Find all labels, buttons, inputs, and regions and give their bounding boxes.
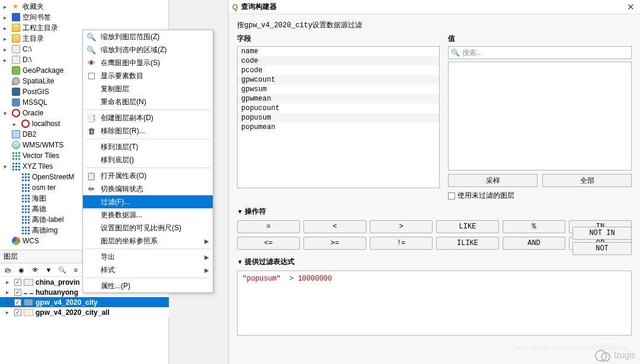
field-item-code[interactable]: code — [238, 56, 439, 66]
context-menu-item-8[interactable]: 🗑移除图层(R)... — [83, 124, 213, 137]
menu-item-label: 导出 — [101, 252, 115, 262]
operator-%-button[interactable]: % — [503, 220, 565, 233]
all-button[interactable]: 全部 — [542, 174, 632, 187]
layer-visibility-checkbox[interactable]: ✓ — [14, 289, 21, 296]
operator-<-button[interactable]: < — [303, 220, 366, 233]
sample-button[interactable]: 采样 — [448, 174, 537, 187]
dots-blue-icon — [21, 183, 30, 192]
dots-green-icon — [12, 152, 20, 160]
disk-icon — [12, 56, 20, 64]
context-menu-item-1[interactable]: 🔍缩放到选中的区域(Z) — [83, 43, 213, 56]
expression-editor[interactable]: "popusum" > 10000000 — [237, 270, 632, 336]
submenu-arrow-icon: ▶ — [204, 238, 209, 244]
context-menu-item-18[interactable]: 图层的坐标参照系▶ — [83, 234, 213, 247]
menu-item-label: 移除图层(R)... — [101, 126, 145, 136]
field-item-popucount[interactable]: popucount — [238, 104, 439, 113]
use-unfiltered-label: 使用未过滤的图层 — [457, 191, 514, 201]
operator-!=-button[interactable]: != — [370, 237, 433, 250]
context-menu-item-10[interactable]: 移到顶层(T) — [83, 140, 213, 153]
close-icon[interactable]: ✕ — [625, 2, 636, 12]
context-menu-item-13[interactable]: 📋打开属性表(O) — [83, 169, 213, 182]
globe-icon — [12, 141, 20, 149]
cube-icon — [12, 130, 20, 138]
menu-item-icon: 📋 — [87, 171, 96, 181]
dots-blue-icon — [21, 215, 30, 224]
context-menu-item-21[interactable]: 样式▶ — [83, 263, 213, 276]
context-menu-item-15[interactable]: 过滤(F)... — [83, 195, 213, 208]
field-item-name[interactable]: name — [238, 47, 439, 56]
context-menu-item-2[interactable]: 👁在鹰眼图中显示(S) — [83, 56, 213, 69]
fields-header: 字段 — [237, 34, 440, 44]
context-menu-item-0[interactable]: 🔍缩放到图层范围(Z) — [83, 30, 213, 43]
caret-icon: ▸ — [4, 14, 9, 21]
menu-item-label: 重命名图层(N) — [101, 97, 146, 107]
browser-item-1[interactable]: ▸空间书签 — [2, 12, 166, 22]
layers-toolbar-button-3[interactable]: ▼ — [43, 265, 54, 275]
context-menu-item-16[interactable]: 更换数据源... — [83, 208, 213, 221]
caret-icon: ▸ — [13, 121, 19, 127]
layers-toolbar-button-4[interactable]: 🔍 — [57, 265, 68, 275]
layer-visibility-checkbox[interactable]: ✓ — [14, 309, 21, 316]
menu-item-icon: 📑 — [87, 113, 96, 123]
menu-separator — [85, 167, 210, 168]
operator-<=-button[interactable]: <= — [237, 237, 300, 250]
operator-=-button[interactable]: = — [237, 220, 300, 233]
menu-item-label: 图层的坐标参照系 — [101, 236, 158, 246]
layer-visibility-checkbox[interactable]: ✓ — [14, 279, 21, 286]
menu-item-icon — [87, 281, 96, 291]
field-item-pcode[interactable]: pcode — [238, 66, 439, 75]
field-item-gpwsum[interactable]: gpwsum — [238, 85, 439, 94]
menu-item-label: 在鹰眼图中显示(S) — [101, 58, 160, 68]
layers-toolbar-button-2[interactable]: 👁 — [30, 265, 40, 275]
field-item-gpwcount[interactable]: gpwcount — [238, 75, 439, 85]
wechat-icon — [595, 349, 610, 362]
context-menu-item-14[interactable]: ✏切换编辑状态 — [83, 182, 213, 195]
menu-item-label: 复制图层 — [101, 84, 129, 94]
field-item-popumean[interactable]: popumean — [238, 123, 439, 132]
context-menu-item-4[interactable]: 复制图层 — [83, 82, 213, 95]
layer-label: gpw_v4_2020_city_all — [36, 308, 110, 317]
operator->-button[interactable]: > — [370, 220, 433, 233]
context-menu-item-17[interactable]: 设置图层的可见比例尺(S) — [83, 221, 213, 234]
menu-item-icon — [87, 142, 96, 152]
operator-ilike-button[interactable]: ILIKE — [436, 237, 499, 250]
menu-item-label: 创建图层副本(D) — [101, 113, 153, 123]
submenu-arrow-icon: ▶ — [204, 254, 209, 260]
layer-symbol-icon — [24, 299, 33, 306]
operator-not-in-button[interactable]: NOT IN — [572, 227, 632, 240]
field-item-gpwmean[interactable]: gpwmean — [238, 94, 439, 104]
layers-toolbar-button-1[interactable]: ◉ — [16, 265, 27, 275]
browser-item-0[interactable]: ▸★收藏夹 — [2, 1, 166, 12]
context-menu-item-11[interactable]: 移到底层() — [83, 153, 213, 166]
layers-toolbar-button-0[interactable]: 🗁 — [2, 265, 13, 275]
layer-row-2[interactable]: ▸✓gpw_v4_2020_city — [0, 297, 169, 307]
menu-item-icon: 👁 — [87, 58, 96, 67]
operator-like-button[interactable]: LIKE — [436, 220, 499, 233]
layer-row-3[interactable]: ▸✓gpw_v4_2020_city_all — [0, 307, 169, 317]
feather-icon — [12, 77, 20, 85]
layers-toolbar-button-5[interactable]: ≡ — [71, 265, 81, 275]
submenu-arrow-icon: ▶ — [204, 267, 209, 273]
operator-not-button[interactable]: NOT — [572, 242, 632, 255]
context-menu-item-7[interactable]: 📑创建图层副本(D) — [83, 111, 213, 124]
operator->=-button[interactable]: >= — [303, 237, 366, 250]
brand-watermark: lzugis — [595, 349, 635, 362]
values-list[interactable] — [448, 62, 632, 170]
context-menu-item-5[interactable]: 重命名图层(N) — [83, 95, 213, 108]
operator-and-button[interactable]: AND — [503, 237, 565, 250]
field-item-popusum[interactable]: popusum — [238, 113, 439, 123]
context-menu-item-3[interactable]: 显示要素数目 — [83, 69, 213, 82]
fields-list[interactable]: namecodepcodegpwcountgpwsumgpwmeanpopuco… — [237, 46, 440, 188]
context-menu-item-20[interactable]: 导出▶ — [83, 250, 213, 263]
browser-item-label: 空间书签 — [23, 12, 165, 22]
layer-visibility-checkbox[interactable]: ✓ — [14, 299, 21, 306]
caret-icon: ▸ — [6, 289, 12, 295]
menu-item-icon — [87, 71, 96, 80]
caret-icon: ▾ — [4, 110, 9, 117]
context-menu-item-23[interactable]: 属性...(P) — [83, 279, 213, 292]
values-search-input[interactable]: 🔍 搜索... — [448, 46, 632, 59]
query-builder-title: 查询构建器 — [241, 2, 625, 12]
use-unfiltered-checkbox[interactable] — [448, 192, 455, 199]
menu-item-label: 显示要素数目 — [101, 71, 143, 81]
dots-blue-icon — [21, 173, 30, 181]
